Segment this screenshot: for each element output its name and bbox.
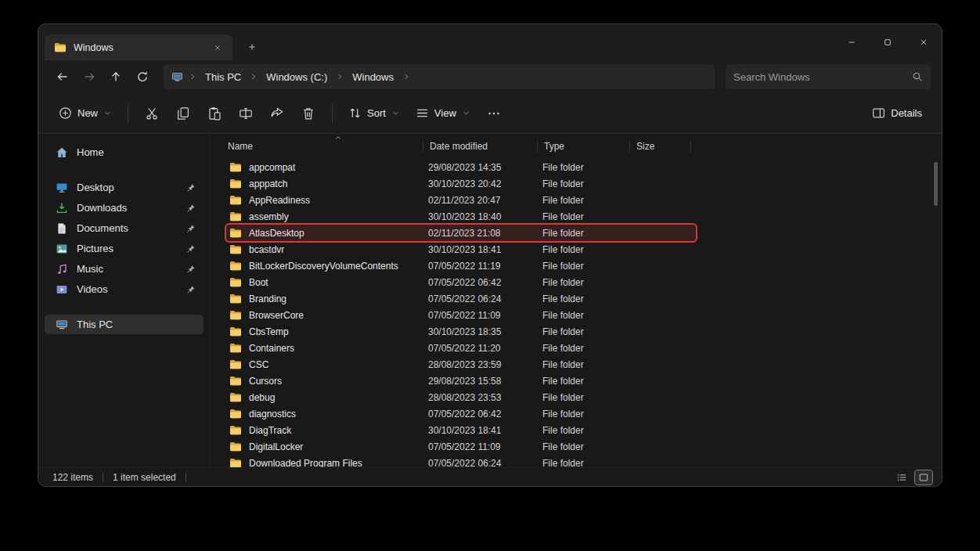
view-dropdown[interactable]: View [408, 101, 478, 125]
copy-button[interactable] [168, 100, 199, 127]
file-name: bcastdvr [249, 244, 284, 255]
sidebar-item-this-pc[interactable]: This PC [45, 315, 204, 334]
file-type: File folder [542, 376, 635, 387]
file-row-bcastdvr[interactable]: bcastdvr 30/10/2023 18:41 File folder [226, 241, 696, 257]
details-pane-toggle[interactable]: Details [865, 101, 929, 125]
cut-button[interactable] [136, 100, 168, 127]
file-row-cbstemp[interactable]: CbsTemp 30/10/2023 18:35 File folder [226, 323, 696, 340]
file-row-downloaded-program-files[interactable]: Downloaded Program Files 07/05/2022 06:2… [226, 455, 696, 467]
file-row-csc[interactable]: CSC 28/08/2023 23:59 File folder [226, 356, 696, 373]
file-row-browsercore[interactable]: BrowserCore 07/05/2022 11:09 File folder [226, 307, 696, 323]
file-row-boot[interactable]: Boot 07/05/2022 06:42 File folder [226, 274, 696, 290]
sidebar-item-downloads[interactable]: Downloads [45, 198, 204, 218]
window-controls [834, 24, 942, 60]
maximize-button[interactable] [870, 24, 906, 60]
music-icon [56, 263, 68, 276]
file-row-digitallocker[interactable]: DigitalLocker 07/05/2022 11:09 File fold… [226, 438, 696, 455]
delete-button[interactable] [293, 100, 324, 127]
folder-icon [229, 161, 242, 174]
breadcrumb-item-windows[interactable]: Windows [349, 70, 397, 85]
file-name: CbsTemp [249, 326, 289, 337]
new-button[interactable]: New [51, 101, 120, 125]
window-body: Home Desktop Downloads Documents Picture… [38, 134, 942, 467]
file-row-cursors[interactable]: Cursors 29/08/2023 15:58 File folder [226, 373, 696, 389]
file-name: Containers [249, 343, 294, 354]
file-explorer-window: Windows This PCWindows (C:)Windows [38, 23, 942, 487]
sidebar-item-desktop[interactable]: Desktop [45, 178, 204, 197]
column-header-size[interactable]: Size [635, 134, 696, 159]
new-tab-button[interactable] [243, 38, 261, 56]
sidebar: Home Desktop Downloads Documents Picture… [38, 134, 211, 467]
file-row-diagtrack[interactable]: DiagTrack 30/10/2023 18:41 File folder [226, 422, 696, 438]
close-button[interactable] [906, 24, 942, 60]
column-header-name[interactable]: Name [226, 134, 428, 159]
pin-icon [186, 224, 196, 233]
vertical-scrollbar[interactable] [934, 162, 938, 206]
large-icons-view-button[interactable] [915, 470, 932, 484]
file-name: DigitalLocker [249, 441, 303, 452]
details-view-button[interactable] [893, 470, 910, 484]
sidebar-item-documents[interactable]: Documents [45, 218, 204, 238]
file-date-modified: 07/05/2022 06:42 [428, 409, 542, 420]
more-options-button[interactable] [478, 100, 510, 127]
file-name: Cursors [249, 376, 282, 387]
tab-close-button[interactable] [209, 39, 226, 56]
status-bar: 122 items 1 item selected [38, 467, 942, 486]
details-panel-icon [872, 106, 885, 120]
folder-icon [229, 326, 242, 338]
file-type: File folder [542, 359, 635, 370]
sort-icon [348, 106, 362, 120]
search-input[interactable] [733, 71, 906, 83]
file-row-apppatch[interactable]: apppatch 30/10/2023 20:42 File folder [226, 175, 696, 192]
file-row-appcompat[interactable]: appcompat 29/08/2023 14:35 File folder [226, 159, 696, 175]
folder-icon [229, 309, 242, 322]
breadcrumb-item-this-pc[interactable]: This PC [202, 70, 244, 85]
file-name: AtlasDesktop [249, 228, 304, 239]
paste-button[interactable] [199, 100, 230, 127]
address-bar[interactable]: This PCWindows (C:)Windows [164, 64, 715, 89]
file-name: Boot [249, 277, 268, 288]
status-separator [186, 472, 186, 482]
file-name: BrowserCore [249, 310, 304, 321]
file-type: File folder [542, 244, 635, 255]
rename-button[interactable] [230, 100, 261, 127]
folder-icon [229, 358, 242, 371]
file-row-diagnostics[interactable]: diagnostics 07/05/2022 06:42 File folder [226, 405, 696, 422]
file-row-branding[interactable]: Branding 07/05/2022 06:24 File folder [226, 290, 696, 307]
file-date-modified: 07/05/2022 06:42 [428, 277, 542, 288]
column-header-date-modified[interactable]: Date modified [428, 134, 542, 159]
file-name: appcompat [249, 162, 295, 173]
file-type: File folder [542, 310, 635, 321]
folder-icon [229, 375, 242, 387]
file-row-containers[interactable]: Containers 07/05/2022 11:20 File folder [226, 340, 696, 356]
sidebar-item-home[interactable]: Home [45, 142, 204, 162]
share-button[interactable] [261, 100, 293, 127]
explorer-tab-windows[interactable]: Windows [45, 34, 232, 60]
folder-icon [229, 342, 242, 355]
sidebar-item-music[interactable]: Music [45, 259, 204, 279]
file-type: File folder [542, 392, 635, 403]
navigation-bar: This PCWindows (C:)Windows [38, 60, 942, 93]
column-header-type[interactable]: Type [542, 134, 635, 159]
file-row-appreadiness[interactable]: AppReadiness 02/11/2023 20:47 File folde… [226, 192, 696, 208]
breadcrumb-item-windows-c[interactable]: Windows (C:) [263, 70, 330, 85]
file-date-modified: 07/05/2022 11:19 [428, 261, 542, 272]
folder-icon [229, 408, 242, 420]
file-row-atlasdesktop[interactable]: AtlasDesktop 02/11/2023 21:08 File folde… [226, 225, 696, 241]
up-button[interactable] [104, 65, 128, 88]
file-row-assembly[interactable]: assembly 30/10/2023 18:40 File folder [226, 208, 696, 225]
videos-icon [56, 283, 68, 296]
folder-icon [229, 293, 242, 305]
refresh-button[interactable] [131, 65, 154, 88]
file-name: diagnostics [249, 409, 296, 420]
file-row-debug[interactable]: debug 28/08/2023 23:53 File folder [226, 389, 696, 405]
sidebar-item-videos[interactable]: Videos [45, 279, 204, 299]
forward-button[interactable] [77, 65, 101, 88]
file-row-bitlockerdiscoveryvolumecontents[interactable]: BitLockerDiscoveryVolumeContents 07/05/2… [226, 257, 696, 274]
back-button[interactable] [51, 65, 74, 88]
folder-icon [229, 457, 242, 468]
sort-dropdown[interactable]: Sort [340, 101, 408, 125]
minimize-button[interactable] [834, 24, 870, 60]
file-date-modified: 07/05/2022 11:09 [428, 441, 542, 452]
sidebar-item-pictures[interactable]: Pictures [45, 239, 204, 258]
